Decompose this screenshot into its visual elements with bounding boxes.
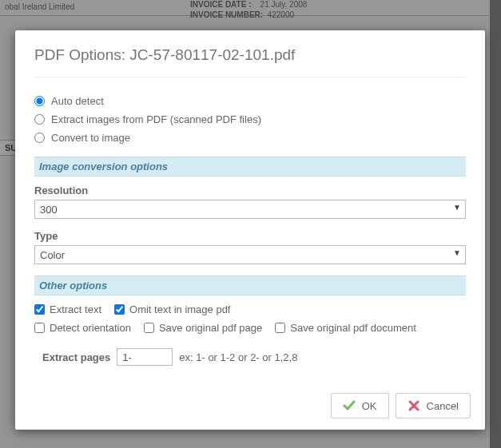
radio-extract-images[interactable]: Extract images from PDF (scanned PDF fil… (34, 110, 466, 129)
dialog-footer: OK Cancel (331, 393, 471, 418)
resolution-select-wrap: 300 (34, 200, 466, 219)
section-other-options: Other options (34, 276, 466, 295)
check-save-original-doc[interactable]: Save original pdf document (275, 322, 416, 334)
check-extract-text-label: Extract text (50, 303, 101, 315)
type-label: Type (34, 230, 466, 242)
radio-auto-detect-input[interactable] (34, 96, 45, 106)
radio-convert-to-image-input[interactable] (34, 133, 45, 143)
checkbox-row-1: Extract text Omit text in image pdf (34, 303, 466, 315)
check-detect-orientation-input[interactable] (34, 323, 45, 333)
extract-pages-row: Extract pages ex: 1- or 1-2 or 2- or 1,2… (42, 348, 466, 366)
check-save-original-doc-input[interactable] (275, 323, 285, 333)
mode-radio-group: Auto detect Extract images from PDF (sca… (34, 92, 466, 147)
check-detect-orientation-label: Detect orientation (50, 322, 131, 334)
right-dark-strip (490, 0, 501, 448)
check-omit-text-label: Omit text in image pdf (129, 303, 230, 315)
check-omit-text[interactable]: Omit text in image pdf (114, 303, 230, 315)
radio-convert-to-image-label: Convert to image (51, 132, 130, 144)
dialog-title: PDF Options: JC-57-80117-02-101.pdf (34, 46, 466, 77)
checkbox-row-2: Detect orientation Save original pdf pag… (34, 322, 466, 334)
radio-auto-detect[interactable]: Auto detect (34, 92, 466, 110)
check-extract-text[interactable]: Extract text (34, 303, 101, 315)
type-select-wrap: Color (34, 245, 466, 264)
check-save-original-page[interactable]: Save original pdf page (144, 322, 262, 334)
extract-pages-hint: ex: 1- or 1-2 or 2- or 1,2,8 (179, 351, 297, 363)
pdf-options-dialog: PDF Options: JC-57-80117-02-101.pdf Auto… (15, 30, 485, 430)
check-save-original-page-label: Save original pdf page (159, 322, 262, 334)
extract-pages-input[interactable] (117, 348, 173, 366)
extract-pages-label: Extract pages (42, 351, 110, 363)
check-save-original-doc-label: Save original pdf document (290, 322, 416, 334)
ok-button-label: OK (362, 400, 377, 412)
check-icon (343, 399, 356, 412)
radio-convert-to-image[interactable]: Convert to image (34, 129, 466, 147)
check-omit-text-input[interactable] (114, 304, 125, 315)
section-image-conversion: Image conversion options (34, 157, 466, 176)
radio-auto-detect-label: Auto detect (51, 95, 104, 107)
check-save-original-page-input[interactable] (144, 323, 154, 333)
radio-extract-images-input[interactable] (34, 114, 45, 125)
close-icon (408, 399, 420, 412)
check-extract-text-input[interactable] (34, 304, 45, 315)
radio-extract-images-label: Extract images from PDF (scanned PDF fil… (51, 113, 261, 125)
type-select[interactable]: Color (34, 245, 466, 264)
resolution-label: Resolution (34, 184, 466, 196)
check-detect-orientation[interactable]: Detect orientation (34, 322, 131, 334)
cancel-button[interactable]: Cancel (396, 393, 471, 418)
cancel-button-label: Cancel (427, 400, 459, 412)
ok-button[interactable]: OK (331, 393, 389, 418)
resolution-select[interactable]: 300 (34, 200, 466, 219)
